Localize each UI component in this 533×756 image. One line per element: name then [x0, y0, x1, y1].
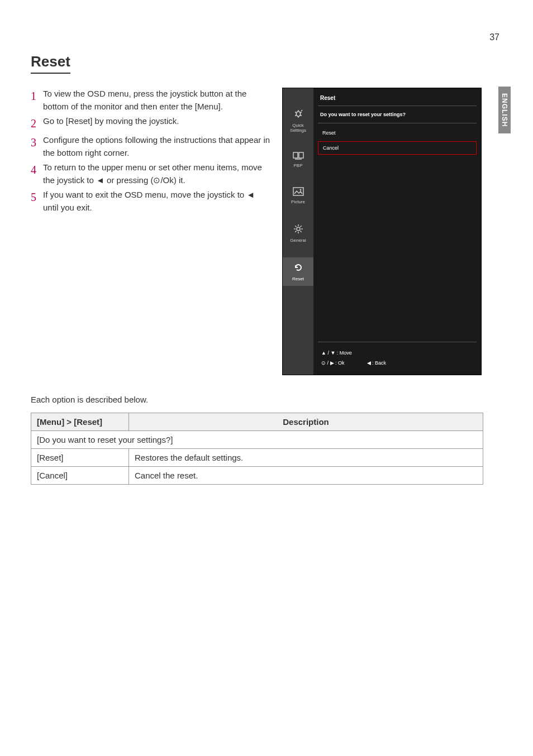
- table-row: [Do you want to reset your settings?]: [31, 431, 483, 449]
- osd-tab-pbp[interactable]: PBP: [283, 147, 313, 173]
- quick-settings-icon: [293, 109, 304, 121]
- step-number: 3: [31, 134, 43, 159]
- general-icon: [293, 223, 304, 236]
- table-header-path: [Menu] > [Reset]: [31, 413, 129, 431]
- instructions-list: 1 To view the OSD menu, press the joysti…: [31, 88, 271, 375]
- osd-footer-ok: ⊙ / ▶ : Ok: [321, 358, 345, 368]
- table-option-desc: Restores the default settings.: [129, 449, 483, 467]
- svg-point-5: [297, 227, 300, 231]
- osd-panel-title: Reset: [318, 93, 477, 106]
- step-text: To return to the upper menu or set other…: [43, 161, 271, 186]
- step-text: Go to [Reset] by moving the joystick.: [43, 115, 271, 132]
- table-prompt-row: [Do you want to reset your settings?]: [31, 431, 483, 449]
- step-4: 4 To return to the upper menu or set oth…: [31, 161, 271, 186]
- osd-tab-reset[interactable]: Reset: [283, 257, 313, 286]
- table-row: [Reset] Restores the default settings.: [31, 449, 483, 467]
- step-3: 3 Configure the options following the in…: [31, 134, 271, 159]
- osd-tab-general[interactable]: General: [283, 219, 313, 247]
- table-option-label: [Reset]: [31, 449, 129, 467]
- osd-tab-quick-settings[interactable]: Quick Settings: [283, 105, 313, 137]
- step-1: 1 To view the OSD menu, press the joysti…: [31, 88, 271, 113]
- table-header-description: Description: [129, 413, 483, 431]
- step-text: To view the OSD menu, press the joystick…: [43, 88, 271, 113]
- tab-label: Picture: [291, 199, 305, 204]
- step-text: If you want to exit the OSD menu, move t…: [43, 189, 271, 214]
- picture-icon: [293, 187, 304, 197]
- svg-rect-1: [299, 152, 303, 158]
- osd-footer-back: ◀ : Back: [367, 358, 387, 368]
- osd-prompt: Do you want to reset your settings?: [318, 109, 477, 123]
- page-number: 37: [489, 32, 499, 42]
- step-number: 4: [31, 161, 43, 186]
- tab-label: Reset: [292, 276, 304, 281]
- step-number: 5: [31, 189, 43, 214]
- description-table: [Menu] > [Reset] Description [Do you wan…: [31, 413, 483, 485]
- osd-tab-picture[interactable]: Picture: [283, 183, 313, 209]
- step-2: 2 Go to [Reset] by moving the joystick.: [31, 115, 271, 132]
- osd-option-cancel[interactable]: Cancel: [318, 141, 477, 155]
- step-5: 5 If you want to exit the OSD menu, move…: [31, 189, 271, 214]
- table-option-label: [Cancel]: [31, 467, 129, 485]
- reset-icon: [293, 262, 304, 274]
- tab-label: Quick Settings: [284, 123, 312, 133]
- two-column-layout: 1 To view the OSD menu, press the joysti…: [31, 88, 483, 375]
- table-header-row: [Menu] > [Reset] Description: [31, 413, 483, 431]
- step-text: Configure the options following the inst…: [43, 134, 271, 159]
- table-option-desc: Cancel the reset.: [129, 467, 483, 485]
- osd-screenshot: Quick Settings PBP Picture: [282, 88, 482, 375]
- svg-point-4: [299, 189, 301, 191]
- tab-label: PBP: [293, 163, 302, 168]
- osd-footer-move: ▲ / ▼ : Move: [321, 348, 473, 358]
- section-title: Reset: [31, 53, 70, 74]
- language-tab: ENGLISH: [498, 87, 511, 133]
- step-number: 1: [31, 88, 43, 113]
- svg-rect-3: [293, 188, 303, 195]
- page-content: Reset 1 To view the OSD menu, press the …: [31, 53, 483, 485]
- osd-option-reset[interactable]: Reset: [318, 127, 477, 139]
- table-row: [Cancel] Cancel the reset.: [31, 467, 483, 485]
- pbp-icon: [293, 152, 304, 161]
- description-intro: Each option is described below.: [31, 395, 483, 404]
- osd-footer: ▲ / ▼ : Move ⊙ / ▶ : Ok ◀ : Back: [318, 342, 477, 370]
- step-number: 2: [31, 115, 43, 132]
- tab-label: General: [290, 238, 306, 243]
- osd-main-panel: Reset Do you want to reset your settings…: [313, 88, 481, 375]
- osd-sidebar: Quick Settings PBP Picture: [283, 88, 313, 375]
- svg-rect-0: [293, 152, 298, 158]
